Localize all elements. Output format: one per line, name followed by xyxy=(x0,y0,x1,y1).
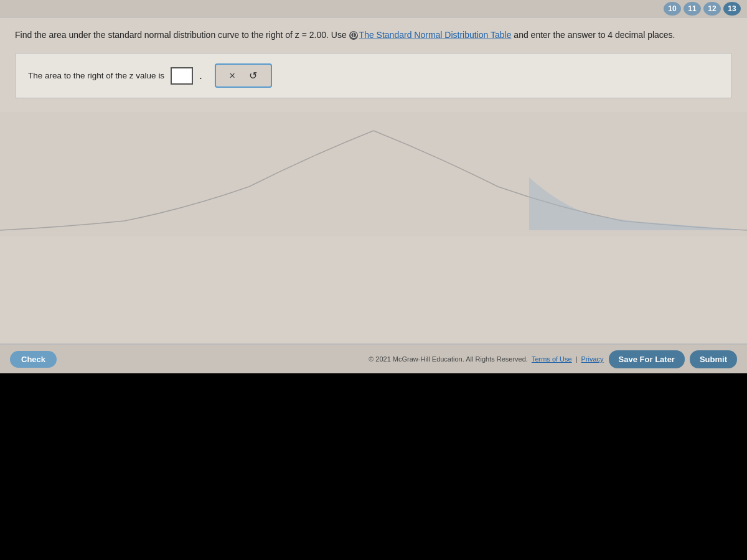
distribution-area xyxy=(0,112,747,236)
standard-table-link[interactable]: The Standard Normal Distribution Table xyxy=(359,30,512,40)
save-for-later-button[interactable]: Save For Later xyxy=(609,350,685,368)
answer-section: The area to the right of the z value is … xyxy=(15,53,732,98)
question-area: Find the area under the standard normal … xyxy=(0,17,747,112)
privacy-link[interactable]: Privacy xyxy=(581,355,604,363)
pagination-bar: 10 11 12 13 xyxy=(0,0,747,17)
bottom-black-area xyxy=(0,373,747,560)
question-text-before-link: Find the area under the standard normal … xyxy=(15,30,349,40)
answer-input[interactable] xyxy=(171,67,193,85)
divider: | xyxy=(576,355,578,363)
close-button[interactable]: × xyxy=(227,69,238,83)
page-btn-11[interactable]: 11 xyxy=(684,2,701,16)
submit-button[interactable]: Submit xyxy=(690,350,737,368)
footer-bar: Check © 2021 McGraw-Hill Education. All … xyxy=(0,343,747,373)
undo-button[interactable]: ↺ xyxy=(247,68,260,83)
main-content: 10 11 12 13 Find the area under the stan… xyxy=(0,0,747,373)
info-icon[interactable]: ⓘ xyxy=(349,31,358,40)
action-box: × ↺ xyxy=(215,63,272,88)
footer-right: © 2021 McGraw-Hill Education. All Rights… xyxy=(369,350,737,368)
footer-copyright: © 2021 McGraw-Hill Education. All Rights… xyxy=(369,355,603,363)
page-btn-10[interactable]: 10 xyxy=(664,2,681,16)
page-btn-12[interactable]: 12 xyxy=(703,2,721,16)
period-label: . xyxy=(199,70,202,82)
terms-of-use-link[interactable]: Terms of Use xyxy=(532,355,572,363)
distribution-curve-svg xyxy=(0,112,747,236)
copyright-text: © 2021 McGraw-Hill Education. All Rights… xyxy=(369,355,528,363)
page-btn-13[interactable]: 13 xyxy=(723,2,741,16)
answer-label: The area to the right of the z value is xyxy=(28,71,164,80)
question-text-after-link: and enter the answer to 4 decimal places… xyxy=(511,30,675,40)
check-button[interactable]: Check xyxy=(10,351,57,368)
question-text: Find the area under the standard normal … xyxy=(15,29,732,42)
